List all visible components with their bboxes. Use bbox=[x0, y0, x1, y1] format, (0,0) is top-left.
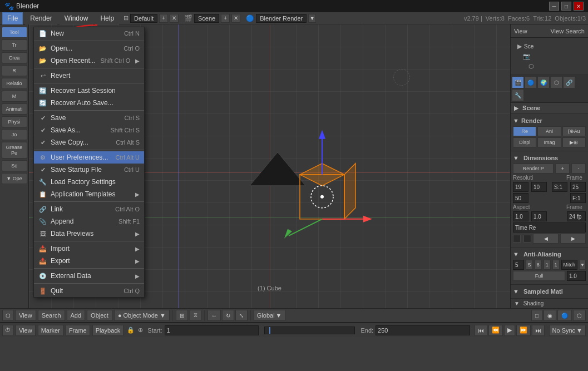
sidebar-tab-crea[interactable]: Crea bbox=[2, 52, 27, 63]
aspect-y-field[interactable]: 1.0 bbox=[531, 211, 547, 221]
aa-1b-btn[interactable]: 1 bbox=[552, 260, 560, 270]
close-button[interactable]: ✕ bbox=[574, 2, 584, 11]
search-label[interactable]: View Search bbox=[550, 28, 585, 34]
vp-right-btn4[interactable]: ⬡ bbox=[573, 310, 586, 321]
scene-selector[interactable]: Scene bbox=[194, 14, 219, 23]
sidebar-tab-physi[interactable]: Physi bbox=[2, 116, 27, 127]
menu-item-app-templates[interactable]: 📋 Application Templates ▶ bbox=[34, 188, 144, 200]
aa-s-btn[interactable]: S bbox=[526, 260, 533, 270]
vp-right-btn3[interactable]: 🔵 bbox=[557, 310, 572, 321]
prop-tab-world[interactable]: 🌍 bbox=[537, 76, 550, 88]
render-tab-au[interactable]: (⊕Au bbox=[562, 126, 586, 136]
vp-move-btn[interactable]: ↔ bbox=[207, 310, 221, 321]
menu-item-open[interactable]: 📂 Open... Ctrl O bbox=[34, 42, 144, 55]
timeline-end-field[interactable]: 250 bbox=[375, 325, 470, 335]
scene-remove-btn[interactable]: ✕ bbox=[231, 14, 240, 23]
render-extra-btn[interactable]: ▶⊞ bbox=[562, 137, 586, 147]
play-btn[interactable]: ▶ bbox=[504, 325, 515, 336]
menu-item-export[interactable]: 📤 Export ▶ bbox=[34, 255, 144, 267]
framerate-field[interactable]: 24 fp bbox=[567, 211, 586, 221]
frame-start-field[interactable]: S:1 bbox=[552, 182, 567, 192]
prop-tab-constraints[interactable]: 🔗 bbox=[563, 76, 575, 88]
prop-tab-object[interactable]: ⬡ bbox=[550, 76, 562, 88]
render-tab-ani[interactable]: Ani bbox=[537, 126, 561, 136]
menu-item-recover-last[interactable]: 🔄 Recover Last Session bbox=[34, 85, 144, 97]
sidebar-tab-sc[interactable]: Sc bbox=[2, 160, 27, 171]
vp-rotate-btn[interactable]: ↻ bbox=[222, 310, 234, 321]
menu-item-recover-auto[interactable]: 🔄 Recover Auto Save... bbox=[34, 97, 144, 109]
vp-search-btn[interactable]: Search bbox=[38, 310, 65, 321]
minimize-button[interactable]: ─ bbox=[549, 2, 559, 11]
prop-tab-scene[interactable]: 🔵 bbox=[525, 76, 537, 88]
menu-window[interactable]: Window bbox=[60, 12, 93, 24]
sidebar-tab-relatio[interactable]: Relatio bbox=[2, 78, 27, 89]
sidebar-tab-m[interactable]: M bbox=[2, 91, 27, 102]
vp-view-btn[interactable]: View bbox=[15, 310, 36, 321]
timeline-view-btn[interactable]: View bbox=[16, 325, 36, 336]
scene-tree-item-1[interactable]: 📷 bbox=[515, 51, 584, 61]
sidebar-tab-animati[interactable]: Animati bbox=[2, 103, 27, 115]
timeline-start-field[interactable]: 1 bbox=[165, 325, 259, 335]
menu-item-save[interactable]: ✔ Save Ctrl S bbox=[34, 112, 144, 124]
prop-tab-render[interactable]: 🎬 bbox=[512, 76, 524, 88]
render-disp-btn[interactable]: Displ bbox=[513, 137, 536, 147]
timeline-playback-btn[interactable]: Playback bbox=[92, 325, 124, 336]
menu-item-import[interactable]: 📥 Import ▶ bbox=[34, 243, 144, 255]
resolution-pct-field[interactable]: 50 bbox=[513, 193, 528, 203]
renderer-dropdown[interactable]: ▼ bbox=[308, 14, 316, 23]
sync-next-btn[interactable]: ▶ bbox=[560, 234, 586, 244]
render-preset-add[interactable]: + bbox=[555, 164, 570, 174]
render-imag-btn[interactable]: Imag bbox=[537, 137, 561, 147]
sync-checkbox-2[interactable] bbox=[523, 235, 531, 243]
sidebar-tab-ope[interactable]: ▼ Ope bbox=[2, 173, 27, 184]
layout-remove-btn[interactable]: ✕ bbox=[170, 14, 179, 23]
render-tab-re[interactable]: Re bbox=[513, 126, 536, 136]
frame-step-field[interactable]: F:1 bbox=[570, 193, 586, 203]
menu-item-user-prefs[interactable]: ⚙ User Preferences... Ctrl Alt U bbox=[34, 151, 144, 164]
renderer-selector[interactable]: Blender Render bbox=[256, 14, 307, 23]
menu-item-save-startup[interactable]: ✔ Save Startup File Ctrl U bbox=[34, 164, 144, 176]
scene-add-btn[interactable]: + bbox=[221, 14, 230, 23]
frame-end-field[interactable]: 25 bbox=[570, 182, 586, 192]
aa-full-btn[interactable]: Full bbox=[513, 271, 565, 281]
aa-6-btn[interactable]: 6 bbox=[535, 260, 542, 270]
menu-item-save-as[interactable]: ✔ Save As... Shift Ctrl S bbox=[34, 124, 144, 136]
play-end-btn[interactable]: ⏭ bbox=[532, 325, 545, 336]
aa-filter-field[interactable]: Mitch bbox=[561, 260, 578, 270]
resolution-y-field[interactable]: 10 bbox=[531, 182, 547, 192]
menu-file[interactable]: File bbox=[2, 12, 23, 24]
scene-tree-item-2[interactable]: ⬡ bbox=[515, 61, 584, 71]
vp-right-btn2[interactable]: ◉ bbox=[543, 310, 556, 321]
vp-add-btn[interactable]: Add bbox=[67, 310, 86, 321]
scene-tree-item-0[interactable]: ▶ Sce bbox=[515, 41, 584, 51]
vp-mirror-btn[interactable]: ⧖ bbox=[190, 310, 201, 321]
menu-item-revert[interactable]: ↩ Revert bbox=[34, 70, 144, 82]
sync-prev-btn[interactable]: ◀ bbox=[533, 234, 559, 244]
menu-item-load-factory[interactable]: 🔧 Load Factory Settings bbox=[34, 176, 144, 188]
menu-item-save-copy[interactable]: ✔ Save Copy... Ctrl Alt S bbox=[34, 136, 144, 149]
vp-snap-btn[interactable]: ⊞ bbox=[176, 310, 188, 321]
sync-checkbox-1[interactable] bbox=[513, 235, 521, 243]
vp-mode-selector[interactable]: ● Object Mode ▼ bbox=[114, 310, 170, 321]
view-label[interactable]: View bbox=[514, 28, 527, 34]
maximize-button[interactable]: □ bbox=[561, 2, 571, 11]
timeline-track[interactable] bbox=[264, 327, 355, 334]
menu-render[interactable]: Render bbox=[25, 12, 57, 24]
timeline-frame-btn[interactable]: Frame bbox=[66, 325, 90, 336]
menu-item-data-previews[interactable]: 🖼 Data Previews ▶ bbox=[34, 227, 144, 240]
play-start-btn[interactable]: ⏮ bbox=[475, 325, 487, 336]
vp-scale-btn[interactable]: ⤡ bbox=[235, 310, 248, 321]
vp-object-btn[interactable]: Object bbox=[87, 310, 112, 321]
sidebar-tab-r[interactable]: R bbox=[2, 65, 27, 76]
aa-filter-arrow[interactable]: ▼ bbox=[579, 260, 586, 270]
menu-help[interactable]: Help bbox=[95, 12, 119, 24]
layout-add-btn[interactable]: + bbox=[159, 14, 168, 23]
sidebar-tab-grease[interactable]: Grease Pe bbox=[2, 142, 27, 159]
resolution-x-field[interactable]: 19 bbox=[513, 182, 528, 192]
menu-item-append[interactable]: 📎 Append Shift F1 bbox=[34, 215, 144, 227]
menu-item-new[interactable]: 📄 New Ctrl N bbox=[34, 27, 144, 39]
timeremap-field[interactable]: Time Re bbox=[513, 222, 586, 233]
aspect-x-field[interactable]: 1.0 bbox=[513, 211, 528, 221]
timeline-marker-btn[interactable]: Marker bbox=[38, 325, 63, 336]
no-sync-selector[interactable]: No Sync ▼ bbox=[549, 325, 586, 336]
